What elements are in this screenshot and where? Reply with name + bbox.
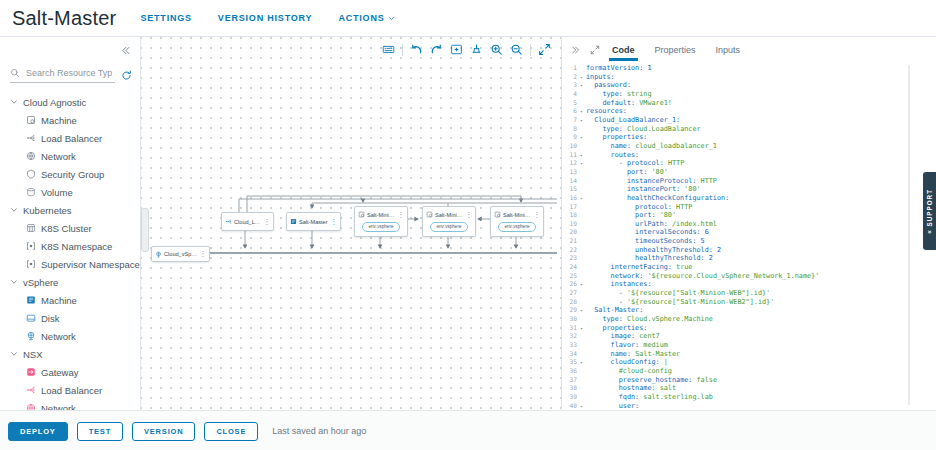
fold-toggle-icon[interactable]: ▾ xyxy=(577,116,586,125)
code-line: 25 network: '${resource.Cloud_vSphere_Ne… xyxy=(562,272,936,281)
expand-canvas-icon[interactable] xyxy=(538,43,551,56)
canvas-node-vsphere-network[interactable]: Cloud_vSpher...⋮ xyxy=(151,246,210,262)
fold-toggle-icon[interactable]: ▾ xyxy=(577,73,586,82)
code-line: 10 name: cloud_loadbalancer_1 xyxy=(562,142,936,151)
fold-toggle-icon[interactable]: ▾ xyxy=(577,280,586,289)
fold-spacer xyxy=(577,341,586,350)
sidebar-item-k8s-cluster[interactable]: K8S Cluster xyxy=(0,219,140,237)
code-line: 28 - '${resource["Salt-Minion-WEB2"].id}… xyxy=(562,298,936,307)
node-menu-icon[interactable]: ⋮ xyxy=(466,212,473,218)
expand-panel-icon[interactable] xyxy=(590,45,600,55)
sidebar-item-machine[interactable]: Machine xyxy=(0,291,140,309)
design-canvas[interactable]: Cloud_LoadBal..⋮Salt-Master⋮Salt-Minion-… xyxy=(141,37,561,411)
sidebar-item-label: Machine xyxy=(41,115,77,126)
canvas-node-salt-minion-sql[interactable]: Salt-Minion-SQL⋮env:vsphere xyxy=(422,206,476,237)
refresh-icon[interactable] xyxy=(121,70,132,81)
code-line-text: type: Cloud.vSphere.Machine xyxy=(586,315,713,324)
sidebar-item-machine[interactable]: Machine xyxy=(0,111,140,129)
code-line-text: - protocol: HTTP xyxy=(586,159,684,168)
sidebar-item-label: Machine xyxy=(41,295,77,306)
sidebar-item-k8s-namespace[interactable]: K8S Namespace xyxy=(0,237,140,255)
close-button[interactable]: CLOSE xyxy=(204,422,258,441)
fold-spacer xyxy=(577,228,586,237)
line-number: 6 xyxy=(562,107,577,116)
node-menu-icon[interactable]: ⋮ xyxy=(398,212,405,218)
machine-icon xyxy=(358,211,365,218)
code-line-text: password: xyxy=(586,81,631,90)
canvas-node-salt-minion-web[interactable]: Salt-Minion-W...⋮env:vsphere xyxy=(354,206,408,237)
tab-properties[interactable]: Properties xyxy=(652,39,699,61)
sidebar-item-label: Disk xyxy=(41,313,59,324)
sidebar-group-vsphere[interactable]: vSphere xyxy=(0,273,140,291)
fold-toggle-icon[interactable]: ▾ xyxy=(577,81,586,90)
fit-to-screen-icon[interactable] xyxy=(450,43,463,56)
code-scrollbar[interactable] xyxy=(908,65,910,405)
header-link-version-history[interactable]: VERSION HISTORY xyxy=(218,13,313,23)
sidebar-group-kubernetes[interactable]: Kubernetes xyxy=(0,201,140,219)
sidebar-item-network[interactable]: Network xyxy=(0,147,140,165)
keyboard-shortcuts-icon[interactable] xyxy=(382,43,395,56)
code-line: 32 image: cent7 xyxy=(562,332,936,341)
fold-toggle-icon[interactable]: ▾ xyxy=(577,107,586,116)
sidebar-item-network[interactable]: Network xyxy=(0,327,140,345)
sidebar-group-nsx[interactable]: NSX xyxy=(0,345,140,363)
code-editor[interactable]: 1formatVersion: 12▾inputs:3▾ password:4 … xyxy=(562,64,936,411)
line-number: 17 xyxy=(562,203,577,212)
line-number: 26 xyxy=(562,280,577,289)
chevron-down-icon xyxy=(10,278,18,286)
fold-spacer xyxy=(577,272,586,281)
canvas-node-salt-master[interactable]: Salt-Master⋮ xyxy=(286,212,341,231)
sidebar-item-load-balancer[interactable]: Load Balancer xyxy=(0,129,140,147)
sidebar-item-gateway[interactable]: Gateway xyxy=(0,363,140,381)
version-button[interactable]: VERSION xyxy=(132,422,195,441)
tab-code[interactable]: Code xyxy=(609,39,638,61)
sidebar-item-load-balancer[interactable]: Load Balancer xyxy=(0,381,140,399)
redo-icon[interactable] xyxy=(430,43,443,56)
fold-toggle-icon[interactable]: ▾ xyxy=(577,306,586,315)
fold-toggle-icon[interactable]: ▾ xyxy=(577,194,586,203)
code-line: 18 port: '80' xyxy=(562,211,936,220)
lb-icon xyxy=(26,133,36,143)
line-number: 24 xyxy=(562,263,577,272)
fold-toggle-icon[interactable]: ▾ xyxy=(577,151,586,160)
canvas-node-loadbalancer[interactable]: Cloud_LoadBal..⋮ xyxy=(221,212,274,231)
fold-toggle-icon[interactable]: ▾ xyxy=(577,159,586,168)
sidebar-item-volume[interactable]: Volume xyxy=(0,183,140,201)
tab-inputs[interactable]: Inputs xyxy=(713,39,744,61)
node-menu-icon[interactable]: ⋮ xyxy=(200,251,207,257)
sidebar-item-disk[interactable]: Disk xyxy=(0,309,140,327)
sidebar-item-label: Volume xyxy=(41,187,73,198)
header-link-settings[interactable]: SETTINGS xyxy=(140,13,191,23)
zoom-in-icon[interactable] xyxy=(490,43,503,56)
fold-toggle-icon[interactable]: ▾ xyxy=(577,133,586,142)
code-line: 31▾ properties: xyxy=(562,324,936,333)
panel-divider-handle[interactable] xyxy=(141,208,149,252)
sidebar-item-supervisor-namespace[interactable]: Supervisor Namespace xyxy=(0,255,140,273)
undo-icon[interactable] xyxy=(410,43,423,56)
search-input[interactable] xyxy=(24,67,114,79)
fold-toggle-icon[interactable]: ▾ xyxy=(577,402,586,411)
code-line: 22 unhealthyThreshold: 2 xyxy=(562,246,936,255)
support-tab[interactable]: « SUPPORT xyxy=(923,172,936,250)
toolbar-separator xyxy=(530,44,531,56)
node-menu-icon[interactable]: ⋮ xyxy=(534,212,541,218)
code-line-text: preserve_hostname: false xyxy=(586,376,717,385)
code-line-text: healthyThreshold: 2 xyxy=(586,254,713,263)
code-line-text: healthCheckConfiguration: xyxy=(586,194,729,203)
canvas-node-salt-minion-web2[interactable]: Salt-Minion-W...⋮env:vsphere xyxy=(490,206,544,237)
sidebar-item-security-group[interactable]: Security Group xyxy=(0,165,140,183)
test-button[interactable]: TEST xyxy=(77,422,123,441)
header-link-actions[interactable]: ACTIONS xyxy=(338,13,394,23)
code-line-text: instances: xyxy=(586,280,651,289)
fold-toggle-icon[interactable]: ▾ xyxy=(577,358,586,367)
fold-toggle-icon[interactable]: ▾ xyxy=(577,324,586,333)
zoom-out-icon[interactable] xyxy=(510,43,523,56)
collapse-sidebar-icon[interactable] xyxy=(120,45,131,56)
node-menu-icon[interactable]: ⋮ xyxy=(331,219,338,225)
sidebar-group-cloud-agnostic[interactable]: Cloud Agnostic xyxy=(0,93,140,111)
deploy-button[interactable]: DEPLOY xyxy=(8,422,68,441)
center-canvas-icon[interactable] xyxy=(470,43,483,56)
line-number: 13 xyxy=(562,168,577,177)
collapse-panel-icon[interactable] xyxy=(571,45,581,55)
node-menu-icon[interactable]: ⋮ xyxy=(264,219,271,225)
